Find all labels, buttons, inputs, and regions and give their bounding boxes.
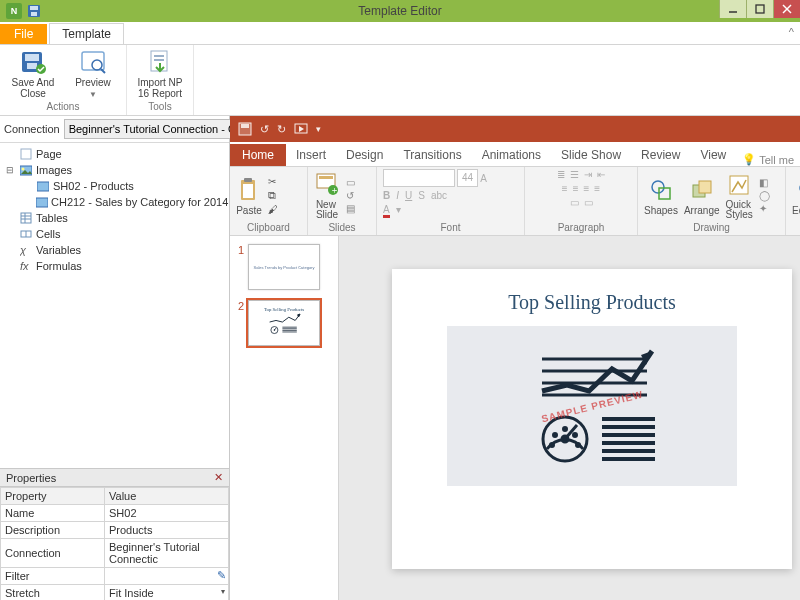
- slide-image-placeholder[interactable]: SAMPLE PREVIEW: [447, 326, 737, 486]
- slide-canvas[interactable]: Top Selling Products: [339, 236, 800, 600]
- save-and-close-button[interactable]: Save And Close: [8, 49, 58, 99]
- shape-fill-icon[interactable]: ◧: [759, 177, 770, 188]
- tree-collapse-icon[interactable]: ⊟: [4, 165, 16, 175]
- prop-filter-value[interactable]: ✎: [105, 568, 229, 585]
- paste-button[interactable]: Paste: [236, 176, 262, 216]
- align-left-icon[interactable]: ≡: [562, 183, 568, 194]
- tree-variables[interactable]: Variables: [36, 244, 81, 256]
- shape-outline-icon[interactable]: ◯: [759, 190, 770, 201]
- new-slide-button[interactable]: ＋ New Slide: [314, 171, 340, 220]
- tab-template[interactable]: Template: [49, 23, 124, 44]
- ppt-redo-icon[interactable]: ↻: [277, 123, 286, 136]
- svg-rect-22: [21, 213, 31, 223]
- powerpoint-editor: ↺ ↻ ▾ Home Insert Design Transitions Ani…: [230, 116, 800, 600]
- tree-image-ch212[interactable]: CH212 - Sales by Category for 2014 vs 20…: [51, 196, 229, 208]
- format-painter-icon[interactable]: 🖌: [268, 204, 278, 215]
- chevron-down-icon[interactable]: ▾: [221, 587, 225, 596]
- svg-rect-17: [21, 149, 31, 159]
- ppt-save-icon[interactable]: [238, 122, 252, 136]
- thumbnail-2[interactable]: 2 Top Selling Products: [234, 300, 334, 346]
- new-slide-icon: ＋: [314, 171, 340, 199]
- svg-rect-36: [244, 178, 252, 182]
- qat-save-icon[interactable]: [26, 3, 42, 19]
- numbering-icon[interactable]: ☰: [570, 169, 579, 180]
- svg-rect-8: [25, 54, 39, 61]
- window-title: Template Editor: [0, 4, 800, 18]
- increase-font-icon[interactable]: A: [480, 173, 487, 184]
- bold-button[interactable]: B: [383, 190, 390, 201]
- ppt-tell-me[interactable]: 💡Tell me: [742, 153, 794, 166]
- prop-header-value: Value: [105, 488, 229, 505]
- page-icon: [19, 147, 33, 161]
- svg-text:χ: χ: [20, 244, 27, 256]
- svg-rect-37: [243, 184, 253, 198]
- svg-rect-32: [241, 124, 249, 128]
- prop-conn-value[interactable]: Beginner's Tutorial Connectic: [105, 539, 229, 568]
- svg-point-42: [652, 181, 664, 193]
- shape-effects-icon[interactable]: ✦: [759, 203, 770, 214]
- filter-edit-icon[interactable]: ✎: [217, 569, 226, 582]
- close-button[interactable]: [773, 0, 800, 18]
- import-np16-button[interactable]: Import NP 16 Report: [135, 49, 185, 99]
- strike-button[interactable]: abc: [431, 190, 447, 201]
- minimize-button[interactable]: [719, 0, 746, 18]
- ppt-tab-design[interactable]: Design: [336, 144, 393, 166]
- left-pane: Connection Beginner's Tutorial Connectio…: [0, 116, 230, 600]
- tab-file[interactable]: File: [0, 24, 47, 44]
- shapes-button[interactable]: Shapes: [644, 176, 678, 216]
- svg-rect-4: [756, 5, 764, 13]
- slide-thumbnails: 1 Sales Trends by Product Category 2 Top…: [230, 236, 339, 600]
- svg-point-52: [274, 330, 275, 331]
- maximize-button[interactable]: [746, 0, 773, 18]
- prop-stretch-value[interactable]: Fit Inside▾: [105, 585, 229, 601]
- ppt-tab-view[interactable]: View: [690, 144, 736, 166]
- ppt-start-icon[interactable]: [294, 122, 308, 136]
- italic-button[interactable]: I: [396, 190, 399, 201]
- layout-icon[interactable]: ▭: [346, 177, 355, 188]
- tree-page[interactable]: Page: [36, 148, 62, 160]
- thumbnail-1[interactable]: 1 Sales Trends by Product Category: [234, 244, 334, 290]
- svg-point-69: [577, 444, 580, 447]
- tree-images[interactable]: Images: [36, 164, 72, 176]
- tree-cells[interactable]: Cells: [36, 228, 60, 240]
- svg-rect-1: [30, 6, 38, 10]
- shadow-button[interactable]: S: [418, 190, 425, 201]
- cut-icon[interactable]: ✂: [268, 176, 278, 187]
- image-item-icon: [36, 195, 48, 209]
- tree-image-sh02[interactable]: SH02 - Products: [53, 180, 134, 192]
- reset-icon[interactable]: ↺: [346, 190, 355, 201]
- arrange-icon: [689, 176, 715, 204]
- tree-formulas[interactable]: Formulas: [36, 260, 82, 272]
- ppt-undo-icon[interactable]: ↺: [260, 123, 269, 136]
- template-tree[interactable]: Page ⊟Images SH02 - Products CH212 - Sal…: [0, 143, 229, 468]
- ppt-tab-home[interactable]: Home: [230, 144, 286, 166]
- svg-rect-20: [37, 182, 49, 191]
- arrange-button[interactable]: Arrange: [684, 176, 720, 216]
- font-color-icon[interactable]: A: [383, 204, 390, 218]
- svg-point-67: [564, 428, 567, 431]
- ppt-tab-review[interactable]: Review: [631, 144, 690, 166]
- shapes-icon: [648, 176, 674, 204]
- ppt-tab-transitions[interactable]: Transitions: [393, 144, 471, 166]
- tree-tables[interactable]: Tables: [36, 212, 68, 224]
- section-icon[interactable]: ▤: [346, 203, 355, 214]
- svg-rect-9: [27, 63, 37, 69]
- ribbon-collapse-icon[interactable]: ^: [789, 26, 794, 38]
- properties-close-icon[interactable]: ✕: [214, 471, 223, 484]
- ppt-tab-insert[interactable]: Insert: [286, 144, 336, 166]
- tables-icon: [19, 211, 33, 225]
- formulas-icon: fx: [19, 259, 33, 273]
- copy-icon[interactable]: ⧉: [268, 189, 278, 202]
- ppt-qat-more-icon[interactable]: ▾: [316, 124, 321, 134]
- prop-desc-value[interactable]: Products: [105, 522, 229, 539]
- bullets-icon[interactable]: ≣: [557, 169, 565, 180]
- ppt-tab-animations[interactable]: Animations: [472, 144, 551, 166]
- ppt-tab-slideshow[interactable]: Slide Show: [551, 144, 631, 166]
- quick-styles-button[interactable]: Quick Styles: [726, 171, 753, 220]
- editing-button[interactable]: Editing: [792, 176, 800, 216]
- preview-button[interactable]: Preview▼: [68, 49, 118, 100]
- slide-title[interactable]: Top Selling Products: [392, 269, 792, 326]
- underline-button[interactable]: U: [405, 190, 412, 201]
- prop-name-value[interactable]: SH02: [105, 505, 229, 522]
- font-size-field[interactable]: 44: [457, 169, 478, 187]
